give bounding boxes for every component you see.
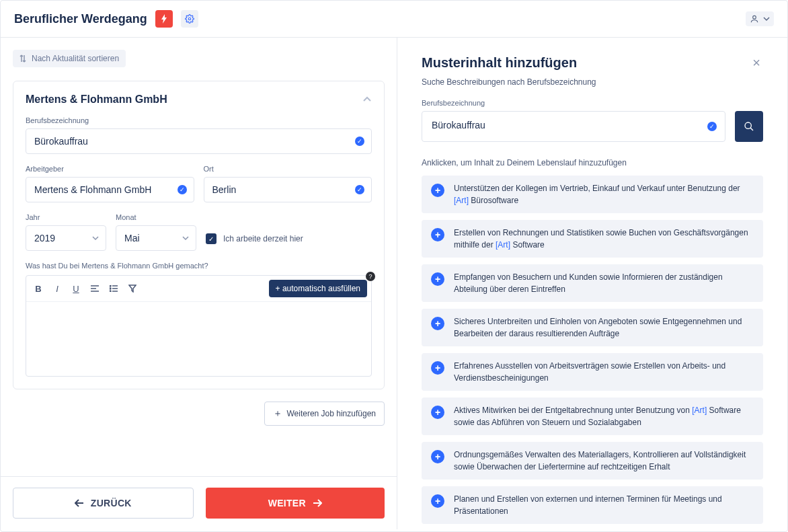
suggestion-list: +Unterstützen der Kollegen im Vertrieb, …: [422, 176, 763, 529]
suggestion-text: Aktives Mitwirken bei der Entgeltabrechn…: [454, 404, 754, 428]
job-title-input[interactable]: Bürokauffrau ✓: [26, 128, 372, 154]
search-input[interactable]: Bürokauffrau ✓: [422, 111, 725, 142]
check-icon: ✓: [178, 185, 187, 194]
suggestion-text: Sicheres Unterbreiten und Einholen von A…: [454, 315, 754, 340]
add-icon[interactable]: +: [431, 450, 444, 463]
suggestion-item[interactable]: +Empfangen von Besuchern und Kunden sowi…: [422, 264, 763, 302]
close-icon[interactable]: ×: [750, 55, 763, 71]
search-icon: [744, 121, 754, 132]
month-select[interactable]: Mai: [116, 225, 196, 251]
add-icon[interactable]: +: [431, 406, 444, 419]
svg-point-9: [110, 291, 111, 292]
suggestion-item[interactable]: +Unterstützen der Kollegen im Vertrieb, …: [422, 176, 763, 213]
svg-point-1: [753, 15, 756, 19]
suggestion-item[interactable]: +Planen und Erstellen von externen und i…: [422, 486, 763, 524]
search-button[interactable]: [735, 111, 763, 142]
job-card: Mertens & Flohmann GmbH Berufsbezeichnun…: [13, 81, 385, 389]
suggestion-item[interactable]: +Erstellen von Rechnungen und Statistike…: [422, 220, 763, 258]
description-label: Was hast Du bei Mertens & Flohmann GmbH …: [26, 262, 372, 270]
panel-subtitle: Suche Beschreibungen nach Berufsbezeichn…: [422, 77, 596, 87]
filter-button[interactable]: [124, 280, 141, 297]
arrow-right-icon: [313, 499, 322, 507]
user-icon: [750, 14, 759, 24]
collapse-icon[interactable]: [362, 95, 372, 104]
suggestion-text: Ordnungsgemäßes Verwalten des Materialla…: [454, 449, 754, 473]
back-button[interactable]: ZURÜCK: [13, 488, 194, 519]
suggestion-text: Unterstützen der Kollegen im Vertrieb, E…: [454, 182, 754, 206]
next-button[interactable]: WEITER: [206, 488, 385, 519]
sort-label: Nach Aktualität sortieren: [32, 54, 119, 63]
suggestions-panel: Musterinhalt hinzufügen Suche Beschreibu…: [397, 38, 787, 529]
editor-toolbar: B I U + automatis: [26, 276, 371, 302]
svg-point-0: [188, 17, 191, 20]
year-label: Jahr: [26, 213, 106, 221]
list-button[interactable]: [106, 280, 122, 297]
job-title-label: Berufsbezeichnung: [26, 116, 372, 124]
chevron-down-icon: [182, 235, 189, 241]
svg-point-5: [110, 285, 111, 287]
card-title: Mertens & Flohmann GmbH: [26, 93, 167, 106]
search-label: Berufsbezeichnung: [422, 99, 763, 107]
sort-button[interactable]: Nach Aktualität sortieren: [13, 50, 126, 67]
add-icon[interactable]: +: [431, 494, 444, 508]
suggestion-item[interactable]: +Erfahrenes Ausstellen von Arbeitsverträ…: [422, 353, 763, 391]
form-column: Nach Aktualität sortieren Mertens & Floh…: [1, 38, 397, 529]
bolt-icon[interactable]: [155, 10, 173, 28]
bold-button[interactable]: B: [30, 280, 46, 297]
help-icon[interactable]: ?: [366, 272, 375, 281]
suggestion-item[interactable]: +Aktives Mitwirken bei der Entgeltabrech…: [422, 397, 763, 435]
plus-icon: ＋: [273, 408, 282, 420]
topbar: Beruflicher Werdegang: [1, 1, 787, 38]
add-icon[interactable]: +: [431, 361, 444, 375]
employer-label: Arbeitgeber: [26, 165, 194, 173]
chevron-down-icon: [763, 15, 770, 22]
suggestion-text: Erstellen von Rechnungen und Statistiken…: [454, 227, 754, 251]
footer-nav: ZURÜCK WEITER: [1, 476, 397, 529]
check-icon: ✓: [707, 122, 717, 131]
arrow-left-icon: [75, 499, 84, 507]
add-icon[interactable]: +: [431, 272, 444, 286]
check-icon: ✓: [355, 137, 364, 146]
italic-button[interactable]: I: [49, 280, 65, 297]
description-editor: ? B I U: [26, 275, 372, 377]
current-label: Ich arbeite derzeit hier: [223, 234, 303, 243]
panel-title: Musterinhalt hinzufügen: [422, 55, 596, 71]
employer-input[interactable]: Mertens & Flohmann GmbH ✓: [26, 177, 194, 202]
suggestion-item[interactable]: +Ordnungsgemäßes Verwalten des Materiall…: [422, 442, 763, 480]
month-label: Monat: [116, 213, 196, 221]
underline-button[interactable]: U: [68, 280, 84, 297]
year-select[interactable]: 2019: [26, 225, 106, 251]
chevron-down-icon: [92, 235, 99, 241]
add-job-button[interactable]: ＋ Weiteren Job hinzufügen: [264, 402, 385, 426]
add-icon[interactable]: +: [431, 184, 444, 197]
panel-hint: Anklicken, um Inhalt zu Deinem Lebenslau…: [422, 158, 763, 167]
align-button[interactable]: [87, 280, 103, 297]
current-checkbox[interactable]: ✓: [206, 233, 216, 244]
svg-line-12: [750, 128, 753, 130]
check-icon: ✓: [355, 185, 364, 194]
suggestion-text: Erfahrenes Ausstellen von Arbeitsverträg…: [454, 360, 754, 384]
gear-icon[interactable]: [181, 10, 198, 28]
location-label: Ort: [204, 165, 372, 173]
add-icon[interactable]: +: [431, 317, 444, 330]
svg-point-11: [745, 122, 751, 128]
sort-icon: [19, 54, 26, 63]
autofill-button[interactable]: + automatisch ausfüllen: [269, 280, 367, 297]
suggestion-text: Planen und Erstellen von externen und in…: [454, 493, 754, 517]
page-title: Beruflicher Werdegang: [14, 12, 147, 26]
add-icon[interactable]: +: [431, 228, 444, 241]
suggestion-text: Empfangen von Besuchern und Kunden sowie…: [454, 271, 754, 295]
editor-textarea[interactable]: [26, 302, 371, 376]
location-input[interactable]: Berlin ✓: [204, 177, 372, 202]
account-menu[interactable]: [746, 11, 774, 26]
svg-point-7: [110, 288, 111, 289]
suggestion-item[interactable]: +Sicheres Unterbreiten und Einholen von …: [422, 309, 763, 346]
